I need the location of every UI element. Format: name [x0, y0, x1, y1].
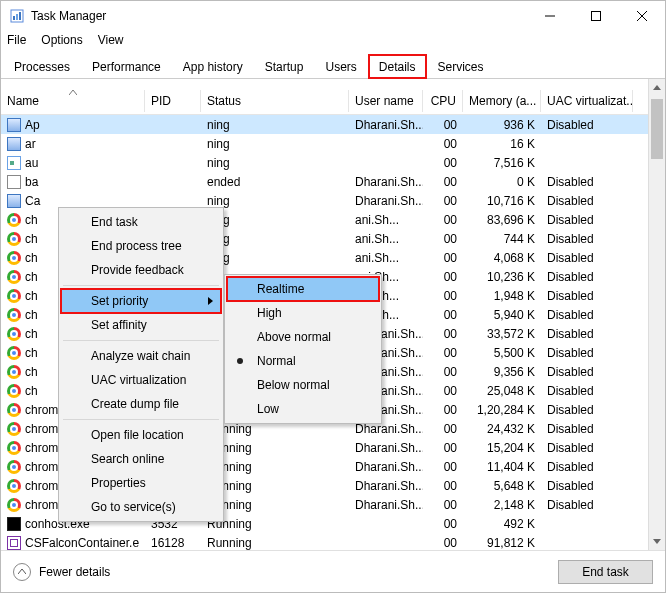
cell-uac: Disabled — [541, 326, 633, 342]
scroll-up-button[interactable] — [649, 79, 665, 96]
cell-user: ani.Sh... — [349, 231, 423, 247]
process-icon — [7, 346, 21, 360]
end-task-button[interactable]: End task — [558, 560, 653, 584]
cell-uac: Disabled — [541, 212, 633, 228]
process-icon — [7, 479, 21, 493]
cell-cpu: 00 — [423, 155, 463, 171]
ctx-properties[interactable]: Properties — [61, 471, 221, 495]
process-name: ch — [25, 289, 38, 303]
tab-startup[interactable]: Startup — [254, 54, 315, 79]
table-row[interactable]: baendedDharani.Sh...000 KDisabled — [1, 172, 665, 191]
scroll-thumb[interactable] — [651, 99, 663, 159]
header-memory[interactable]: Memory (a... — [463, 90, 541, 112]
cell-uac: Disabled — [541, 497, 633, 513]
cell-pid — [145, 181, 201, 183]
vertical-scrollbar[interactable] — [648, 79, 665, 550]
maximize-button[interactable] — [573, 1, 619, 31]
cell-uac: Disabled — [541, 269, 633, 285]
menu-bar: File Options View — [1, 31, 665, 51]
header-user[interactable]: User name — [349, 90, 423, 112]
ctx-end-process-tree[interactable]: End process tree — [61, 234, 221, 258]
table-row[interactable]: ApningDharani.Sh...00936 KDisabled — [1, 115, 665, 134]
menu-options[interactable]: Options — [41, 33, 82, 47]
tab-services[interactable]: Services — [427, 54, 495, 79]
priority-high[interactable]: High — [227, 301, 379, 325]
table-row[interactable]: CSFalconContainer.e16128Running0091,812 … — [1, 533, 665, 550]
table-row[interactable]: arning0016 K — [1, 134, 665, 153]
cell-cpu: 00 — [423, 231, 463, 247]
process-name: Ca — [25, 194, 40, 208]
ctx-analyze-wait-chain[interactable]: Analyze wait chain — [61, 344, 221, 368]
ctx-end-task[interactable]: End task — [61, 210, 221, 234]
svg-marker-9 — [653, 539, 661, 544]
cell-cpu: 00 — [423, 364, 463, 380]
tab-users[interactable]: Users — [314, 54, 367, 79]
header-name[interactable]: Name — [1, 90, 145, 112]
process-name: CSFalconContainer.e — [25, 536, 139, 550]
minimize-button[interactable] — [527, 1, 573, 31]
cell-memory: 1,20,284 K — [463, 402, 541, 418]
cell-memory: 24,432 K — [463, 421, 541, 437]
process-icon — [7, 536, 21, 550]
ctx-set-affinity[interactable]: Set affinity — [61, 313, 221, 337]
ctx-set-priority[interactable]: Set priority — [61, 289, 221, 313]
process-name: ch — [25, 251, 38, 265]
process-icon — [7, 403, 21, 417]
priority-low[interactable]: Low — [227, 397, 379, 421]
process-icon — [7, 289, 21, 303]
cell-cpu: 00 — [423, 497, 463, 513]
process-name: ch — [25, 384, 38, 398]
cell-memory: 0 K — [463, 174, 541, 190]
process-icon — [7, 517, 21, 531]
priority-normal[interactable]: Normal — [227, 349, 379, 373]
fewer-details-button[interactable]: Fewer details — [13, 563, 110, 581]
cell-pid — [145, 162, 201, 164]
scroll-down-button[interactable] — [649, 533, 665, 550]
cell-memory: 744 K — [463, 231, 541, 247]
process-icon — [7, 327, 21, 341]
header-status[interactable]: Status — [201, 90, 349, 112]
tab-app-history[interactable]: App history — [172, 54, 254, 79]
header-name-label: Name — [7, 94, 39, 108]
process-icon — [7, 441, 21, 455]
menu-view[interactable]: View — [98, 33, 124, 47]
ctx-create-dump-file[interactable]: Create dump file — [61, 392, 221, 416]
ctx-uac-virtualization[interactable]: UAC virtualization — [61, 368, 221, 392]
cell-name: ba — [1, 174, 145, 190]
tab-processes[interactable]: Processes — [3, 54, 81, 79]
cell-uac: Disabled — [541, 288, 633, 304]
header-cpu[interactable]: CPU — [423, 90, 463, 112]
cell-pid — [145, 143, 201, 145]
table-row[interactable]: auning007,516 K — [1, 153, 665, 172]
process-icon — [7, 422, 21, 436]
ctx-open-file-location[interactable]: Open file location — [61, 423, 221, 447]
cell-name: ar — [1, 136, 145, 152]
cell-cpu: 00 — [423, 174, 463, 190]
tab-performance[interactable]: Performance — [81, 54, 172, 79]
header-uac[interactable]: UAC virtualizat... — [541, 90, 633, 112]
ctx-search-online[interactable]: Search online — [61, 447, 221, 471]
ctx-separator — [63, 419, 219, 420]
priority-realtime[interactable]: Realtime — [227, 277, 379, 301]
priority-below-normal[interactable]: Below normal — [227, 373, 379, 397]
cell-user — [349, 523, 423, 525]
tab-details[interactable]: Details — [368, 54, 427, 79]
header-pid[interactable]: PID — [145, 90, 201, 112]
cell-uac — [541, 523, 633, 525]
submenu-arrow-icon — [208, 294, 213, 308]
ctx-go-to-services[interactable]: Go to service(s) — [61, 495, 221, 519]
tab-strip: Processes Performance App history Startu… — [1, 51, 665, 79]
process-name: ch — [25, 270, 38, 284]
priority-above-normal[interactable]: Above normal — [227, 325, 379, 349]
process-icon — [7, 308, 21, 322]
process-name: ch — [25, 327, 38, 341]
process-icon — [7, 175, 21, 189]
process-icon — [7, 156, 21, 170]
menu-file[interactable]: File — [7, 33, 26, 47]
cell-name: Ap — [1, 117, 145, 133]
ctx-provide-feedback[interactable]: Provide feedback — [61, 258, 221, 282]
cell-cpu: 00 — [423, 117, 463, 133]
cell-status: ended — [201, 174, 349, 190]
close-button[interactable] — [619, 1, 665, 31]
context-menu: End task End process tree Provide feedba… — [58, 207, 224, 522]
